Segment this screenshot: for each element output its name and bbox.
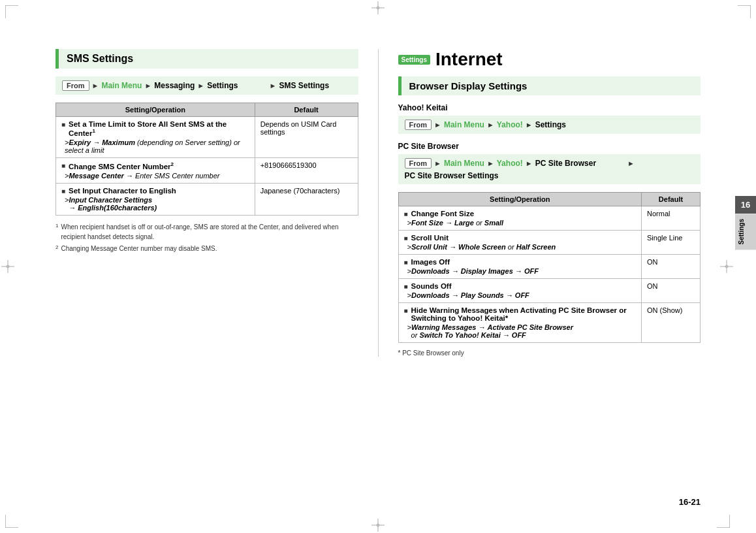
table-row: ■ Images Off >Downloads → Display Images… — [398, 255, 701, 279]
pc-nav-yahoo: Yahoo! — [497, 159, 523, 168]
crosshair-bottom — [371, 519, 385, 532]
row1-default: Depends on USIM Card settings — [260, 120, 337, 136]
yahoo-nav-main-menu: Main Menu — [444, 120, 484, 129]
corner-bottom-right — [710, 508, 730, 528]
sms-nav-sms-settings: SMS Settings — [279, 81, 329, 90]
browser-col-operation: Setting/Operation — [398, 193, 642, 206]
crosshair-left — [1, 260, 14, 273]
row2-header: Change SMS Center Number2 — [69, 161, 174, 170]
browser-display-title: Browser Display Settings — [398, 76, 701, 95]
browser-footnote: * PC Site Browser only — [398, 349, 701, 357]
table-row: ■ Scroll Unit >Scroll Unit → Whole Scree… — [398, 231, 701, 255]
side-tab: 16 Settings — [735, 196, 756, 250]
sms-settings-table: Setting/Operation Default ■ Set a Time L… — [55, 103, 358, 216]
pc-nav-pc-site-browser: PC Site Browser — [535, 159, 596, 168]
internet-section: Settings Internet Browser Display Settin… — [398, 49, 701, 357]
corner-top-left — [5, 5, 25, 25]
pc-site-header: PC Site Browser — [398, 142, 701, 151]
side-tab-label: Settings — [735, 214, 756, 250]
page-number: 16-21 — [679, 497, 701, 507]
sms-nav-messaging: Messaging — [154, 81, 195, 90]
sms-col-default: Default — [255, 103, 358, 117]
sms-settings-title: SMS Settings — [55, 49, 358, 69]
internet-title-area: Settings Internet — [398, 49, 701, 70]
browser-settings-table: Setting/Operation Default ■ Change Font … — [398, 192, 701, 343]
column-divider — [378, 49, 379, 357]
row2-default: +8190666519300 — [260, 161, 317, 169]
yahoo-from-badge: From — [405, 120, 432, 130]
sms-nav-main-menu: Main Menu — [101, 81, 142, 90]
side-tab-number: 16 — [735, 196, 756, 214]
corner-bottom-left — [5, 508, 25, 528]
footnote-1: When recipient handset is off or out-of-… — [61, 222, 358, 242]
yahoo-keitai-header: Yahoo! Keitai — [398, 103, 701, 112]
yahoo-nav-settings: Settings — [535, 120, 566, 129]
sms-footnotes: 1 When recipient handset is off or out-o… — [55, 222, 358, 254]
corner-top-right — [731, 5, 751, 25]
pc-from-badge: From — [405, 158, 432, 169]
row1-header: Set a Time Limit to Store All Sent SMS a… — [69, 120, 249, 137]
crosshair-top — [371, 1, 385, 14]
sms-col-operation: Setting/Operation — [56, 103, 255, 117]
yahoo-keitai-nav: From ► Main Menu ► Yahoo! ► Settings — [398, 116, 701, 134]
sms-nav-bar: From ► Main Menu ► Messaging ► Settings … — [55, 76, 358, 95]
sms-from-badge: From — [62, 80, 89, 91]
table-row: ■ Set Input Character to English >Input … — [56, 183, 358, 215]
sms-nav-settings: Settings — [207, 81, 238, 90]
yahoo-nav-yahoo: Yahoo! — [497, 120, 523, 129]
internet-main-title: Internet — [435, 49, 503, 70]
row3-default: Japanese (70characters) — [260, 187, 340, 195]
pc-nav-main-menu: Main Menu — [444, 159, 484, 168]
table-row: ■ Sounds Off >Downloads → Play Sounds → … — [398, 279, 701, 303]
browser-col-default: Default — [642, 193, 701, 206]
footnote-2: Changing Message Center number may disab… — [61, 244, 217, 254]
table-row: ■ Change Font Size >Font Size → Large or… — [398, 206, 701, 231]
settings-badge: Settings — [398, 55, 430, 65]
table-row: ■ Set a Time Limit to Store All Sent SMS… — [56, 117, 358, 158]
pc-site-nav: From ► Main Menu ► Yahoo! ► PC Site Brow… — [398, 154, 701, 184]
crosshair-right — [720, 260, 733, 273]
row3-header: Set Input Character to English — [69, 187, 176, 195]
pc-nav-settings: PC Site Browser Settings — [405, 171, 499, 180]
table-row: ■ Hide Warning Messages when Activating … — [398, 303, 701, 343]
sms-settings-section: SMS Settings From ► Main Menu ► Messagin… — [55, 49, 358, 357]
table-row: ■ Change SMS Center Number2 >Message Cen… — [56, 157, 358, 183]
